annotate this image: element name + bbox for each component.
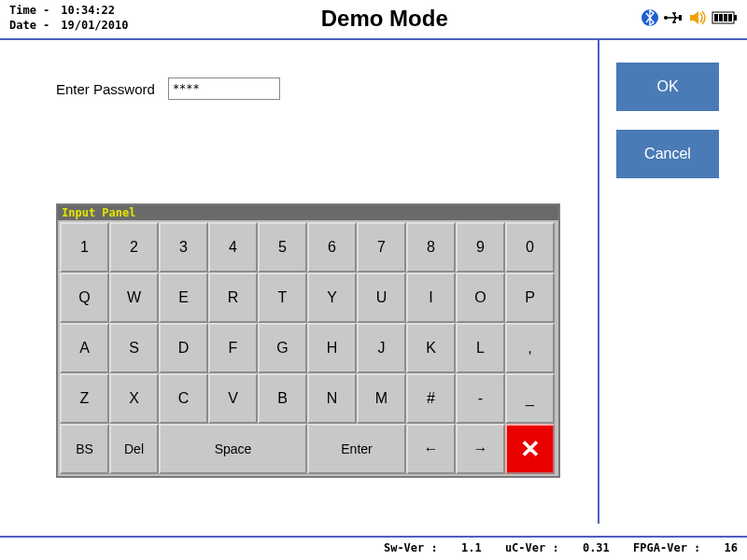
key-h[interactable]: H [307, 323, 357, 373]
bluetooth-icon [641, 7, 659, 32]
key-z[interactable]: Z [60, 373, 109, 424]
key-1[interactable]: 1 [60, 222, 109, 273]
cancel-button[interactable]: Cancel [616, 130, 719, 178]
key-right[interactable]: → [456, 424, 505, 474]
page-title: Demo Mode [128, 4, 641, 32]
header-bar: Time - 10:34:22 Date - 19/01/2010 Demo M… [0, 0, 747, 40]
key-l[interactable]: L [456, 323, 505, 373]
key-hash[interactable]: # [406, 373, 456, 424]
fpga-ver-label: FPGA-Ver : [633, 541, 700, 554]
key-enter[interactable]: Enter [307, 424, 406, 474]
usb-icon [663, 7, 684, 32]
key-n[interactable]: N [307, 373, 357, 424]
key-r[interactable]: R [208, 273, 258, 323]
kb-row-5: BS Del Space Enter ← → ✕ [60, 424, 557, 474]
key-x[interactable]: X [109, 373, 159, 424]
key-6[interactable]: 6 [307, 222, 357, 273]
key-9[interactable]: 9 [456, 222, 505, 273]
key-g[interactable]: G [258, 323, 307, 373]
svg-rect-7 [724, 14, 727, 21]
status-icons [641, 4, 738, 32]
key-y[interactable]: Y [307, 273, 357, 323]
kb-row-3: A S D F G H J K L , [60, 323, 557, 373]
kb-row-4: Z X C V B N M # - _ [60, 373, 557, 424]
key-backspace[interactable]: BS [60, 424, 109, 474]
key-8[interactable]: 8 [406, 222, 456, 273]
key-close[interactable]: ✕ [505, 424, 555, 474]
key-space[interactable]: Space [159, 424, 307, 474]
key-e[interactable]: E [159, 273, 208, 323]
key-underscore[interactable]: _ [505, 373, 555, 424]
ok-button[interactable]: OK [616, 63, 719, 111]
key-comma[interactable]: , [505, 323, 555, 373]
key-2[interactable]: 2 [109, 222, 159, 273]
password-label: Enter Password [56, 81, 155, 97]
content-area: Enter Password Input Panel 1 2 3 4 5 6 7… [0, 40, 598, 524]
key-3[interactable]: 3 [159, 222, 208, 273]
time-value: 10:34:22 [61, 4, 115, 17]
key-a[interactable]: A [60, 323, 109, 373]
key-m[interactable]: M [357, 373, 406, 424]
header-datetime: Time - 10:34:22 Date - 19/01/2010 [9, 4, 128, 33]
fpga-ver-value: 16 [725, 541, 738, 554]
svg-rect-2 [679, 15, 682, 21]
date-value: 19/01/2010 [61, 19, 128, 32]
date-label: Date - [9, 19, 54, 34]
key-s[interactable]: S [109, 323, 159, 373]
password-row: Enter Password [56, 77, 588, 100]
key-0[interactable]: 0 [505, 222, 555, 273]
key-i[interactable]: I [406, 273, 456, 323]
key-f[interactable]: F [208, 323, 258, 373]
key-k[interactable]: K [406, 323, 456, 373]
input-panel-title: Input Panel [58, 205, 558, 220]
key-5[interactable]: 5 [258, 222, 307, 273]
key-p[interactable]: P [505, 273, 555, 323]
sw-ver-value: 1.1 [461, 541, 482, 554]
svg-rect-4 [734, 15, 737, 21]
sidebar: OK Cancel [598, 40, 747, 524]
svg-rect-5 [714, 14, 718, 21]
battery-icon [712, 9, 738, 30]
key-o[interactable]: O [456, 273, 505, 323]
sound-icon [687, 7, 708, 32]
footer-bar: Sw-Ver : 1.1 uC-Ver : 0.31 FPGA-Ver : 16 [0, 536, 747, 560]
kb-row-2: Q W E R T Y U I O P [60, 273, 557, 323]
key-t[interactable]: T [258, 273, 307, 323]
key-w[interactable]: W [109, 273, 159, 323]
sw-ver-label: Sw-Ver : [384, 541, 438, 554]
key-d[interactable]: D [159, 323, 208, 373]
kb-row-1: 1 2 3 4 5 6 7 8 9 0 [60, 222, 557, 273]
key-dash[interactable]: - [456, 373, 505, 424]
key-left[interactable]: ← [406, 424, 456, 474]
svg-point-1 [664, 16, 668, 20]
svg-rect-6 [719, 14, 723, 21]
key-del[interactable]: Del [109, 424, 159, 474]
key-u[interactable]: U [357, 273, 406, 323]
key-c[interactable]: C [159, 373, 208, 424]
uc-ver-label: uC-Ver : [505, 541, 559, 554]
key-q[interactable]: Q [60, 273, 109, 323]
key-j[interactable]: J [357, 323, 406, 373]
svg-rect-8 [728, 14, 732, 21]
password-input[interactable] [168, 77, 280, 100]
key-v[interactable]: V [208, 373, 258, 424]
key-7[interactable]: 7 [357, 222, 406, 273]
input-panel: Input Panel 1 2 3 4 5 6 7 8 9 0 Q W [56, 203, 560, 478]
time-label: Time - [9, 4, 54, 19]
key-b[interactable]: B [258, 373, 307, 424]
uc-ver-value: 0.31 [583, 541, 610, 554]
key-4[interactable]: 4 [208, 222, 258, 273]
